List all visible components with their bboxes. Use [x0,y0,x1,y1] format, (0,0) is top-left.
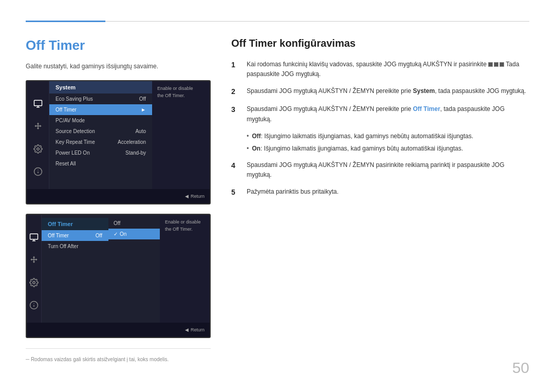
menu-item-powerled: Power LED On Stand-by [49,147,152,158]
sidebar-info-icon [31,164,45,179]
page-title: Off Timer [26,38,211,53]
step-5: 5 Pažymėta parinktis bus pritaikyta. [231,187,529,198]
sub-menu-item-offtimer: Off Timer Off [42,230,108,241]
page-footer: Rodomas vaizdas gali skirtis atsižvelgia… [26,348,211,363]
side-info-2: Enable or disable the Off Timer. [160,215,211,323]
sidebar-monitor-icon-2 [27,230,41,245]
monitor-bottom-1: ◀ Return [27,189,210,203]
menu-item-resetall: Reset All [49,158,152,169]
sidebar-move-icon-2 [27,253,41,267]
svg-rect-7 [30,234,38,239]
return-button-2: ◀ Return [185,327,205,332]
page-number: 50 [512,359,529,377]
sidebar-monitor-icon [31,97,45,111]
sub-options-panel: Off ✓ On [108,215,160,323]
monitor-sidebar-2 [27,215,42,323]
monitor-mockup-1: System Eco Saving Plus Off Off Timer ► P… [26,80,211,204]
step-3: 3 Spausdami JOG mygtuką AUKŠTYN / ŽEMYN … [231,104,529,124]
menu-item-keyrepeat: Key Repeat Time Acceleration [49,137,152,147]
svg-rect-0 [34,100,42,106]
step-4: 4 Spausdami JOG mygtuką AUKŠTYN / ŽEMYN … [231,160,529,180]
menu-header-1: System [49,81,152,94]
menu-header-2: Off Timer [42,218,108,230]
step-2: 2 Spausdami JOG mygtuką AUKŠTYN / ŽEMYN … [231,86,529,97]
bullet-off: • Off: Išjungimo laikmatis išjungiamas, … [247,132,529,141]
left-column: Off Timer Galite nustatyti, kad gaminys … [26,38,211,371]
svg-point-3 [36,148,39,151]
option-on: ✓ On [108,229,160,239]
menu-panel-1: System Eco Saving Plus Off Off Timer ► P… [49,81,152,189]
svg-point-10 [33,282,35,284]
bullet-on: • On: Išjungimo laikmatis įjungiamas, ka… [247,144,529,153]
side-info-1: Enable or disable the Off Timer. [152,81,203,189]
sidebar-info-icon-2 [27,298,41,312]
sub-menu-item-turnoff: Turn Off After [42,241,108,252]
menu-item-eco: Eco Saving Plus Off [49,94,152,104]
option-off: Off [108,218,160,229]
sidebar-gear-icon-2 [27,275,41,290]
section-description: Galite nustatyti, kad gaminys išsijungtų… [26,62,211,71]
right-title: Off Timer konfigūravimas [231,38,529,49]
menu-item-pcav: PC/AV Mode [49,115,152,126]
bullet-points: • Off: Išjungimo laikmatis išjungiamas, … [247,132,529,153]
icon-grid [488,62,504,67]
menu-item-offtimer: Off Timer ► [49,104,152,115]
monitor-bottom-2: ◀ Return [27,323,210,337]
monitor-sidebar-1 [27,81,49,189]
divider-gray [105,21,529,22]
top-dividers [26,21,529,22]
monitor-mockup-2: Off Timer Off Timer Off Turn Off After [26,214,211,338]
menu-item-source: Source Detection Auto [49,126,152,137]
right-column: Off Timer konfigūravimas 1 Kai rodomas f… [231,38,529,371]
divider-blue [26,21,105,22]
sidebar-gear-icon [31,142,45,156]
footer-note: Rodomas vaizdas gali skirtis atsižvelgia… [26,357,169,362]
sidebar-move-icon [31,119,45,134]
return-button-1: ◀ Return [185,194,205,199]
step-1: 1 Kai rodomas funkcinių klavišų vadovas,… [231,60,529,79]
sub-menu-panel: Off Timer Off Timer Off Turn Off After [42,215,108,323]
